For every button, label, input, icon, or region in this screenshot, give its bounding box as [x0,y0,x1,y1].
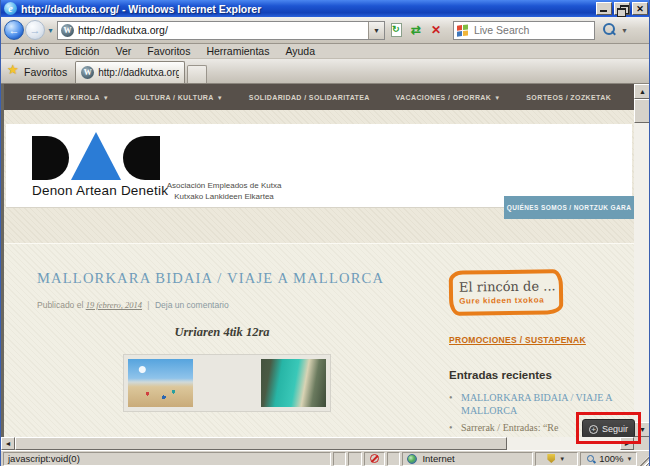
scroll-right-icon[interactable]: ► [620,437,634,450]
stop-button[interactable]: ✕ [427,21,445,39]
new-tab-button[interactable] [187,65,207,83]
shield-icon [547,454,555,463]
article-title[interactable]: MALLORKARA BIDAIA / VIAJE A MALLORCA [37,270,437,287]
logo-caption: Denon Artean Denetik [32,183,168,198]
webpage: DEPORTE / KIROLA▼ CULTURA / KULTURA▼ SOL… [1,84,634,437]
chevron-down-icon: ▼ [217,95,223,101]
recent-entry-link[interactable]: Sarrerak / Entradas: “Re [461,422,558,433]
article-subtitle: Urriaren 4tik 12ra [37,325,407,340]
horizontal-scroll-thumb[interactable] [15,437,507,450]
recent-entries-heading: Entradas recientes [449,369,634,381]
search-input[interactable] [469,24,609,36]
scroll-down-icon[interactable]: ▼ [634,422,650,437]
horizontal-scrollbar[interactable]: ◄ ► [1,437,634,450]
internet-globe-icon [407,454,417,464]
chevron-down-icon: ▼ [627,456,633,462]
article-date-link[interactable]: 19 febrero, 2014 [86,300,142,310]
protected-mode-control[interactable]: ▼ [535,452,578,466]
seguir-follow-button[interactable]: Seguir [582,419,635,439]
site-logo[interactable]: Denon Artean Denetik [32,132,168,198]
content-area: MALLORKARA BIDAIA / VIAJE A MALLORCA Pub… [4,243,634,437]
ie-logo-icon: e [4,2,17,15]
window-title: http://dadkutxa.org/ - Windows Internet … [21,3,261,15]
menu-favoritos[interactable]: Favoritos [140,45,197,57]
menu-edicion[interactable]: Edición [58,45,106,57]
browser-tab[interactable]: W http://dadkutxa.org/ [75,61,185,83]
site-taglines: Asociación Empleados de Kutxa Kutxako La… [164,180,284,202]
dad-logo-icon [32,132,168,180]
history-dropdown-icon[interactable]: ▼ [47,27,54,34]
tab-title: http://dadkutxa.org/ [98,67,179,78]
chevron-down-icon: ▼ [103,95,109,101]
menu-bar: Archivo Edición Ver Favoritos Herramient… [1,44,650,59]
site-header: Denon Artean Denetik Asociación Empleado… [6,124,632,207]
wordpress-favicon: W [61,24,74,37]
cathedral-photo [194,359,259,407]
zoom-control[interactable]: 100% ▼ [580,452,638,466]
status-cell [333,452,346,466]
restore-button[interactable] [614,2,630,15]
chevron-down-icon: ▼ [494,95,500,101]
nav-sorteos[interactable]: SORTEOS / ZOZKETAK [526,94,611,101]
scroll-left-icon[interactable]: ◄ [1,437,15,450]
refresh-button[interactable]: ⇄ [407,21,425,39]
tab-wordpress-icon: W [81,66,94,79]
privacy-blocked-icon[interactable] [364,452,385,466]
zoom-magnifier-icon [586,454,596,464]
menu-ayuda[interactable]: Ayuda [278,45,322,57]
mallorca-photo-strip[interactable] [123,354,331,412]
go-page-icon[interactable] [387,21,405,39]
security-zone: Internet [402,452,533,466]
browser-viewport: DEPORTE / KIROLA▼ CULTURA / KULTURA▼ SOL… [1,84,650,437]
address-bar[interactable]: W ▼ [57,21,385,40]
vertical-scrollbar[interactable]: ▲ ▼ [634,84,650,437]
article-meta: Publicado el 19 febrero, 2014 | Deja un … [37,300,437,310]
menu-ver[interactable]: Ver [108,45,138,57]
sidebar: El rincón de ... Gure kideen txokoa PROM… [437,270,634,437]
cove-photo [261,359,326,407]
minimize-button[interactable] [596,2,612,15]
address-input[interactable] [74,24,368,36]
quienes-somos-button[interactable]: QUIÉNES SOMOS / NORTZUK GARA [504,196,634,219]
navigation-toolbar: ← → ▼ W ▼ ⇄ ✕ ▼ [1,17,650,44]
rincon-badge[interactable]: El rincón de ... Gure kideen txokoa [449,269,564,316]
zoom-level: 100% [599,453,623,464]
menu-herramientas[interactable]: Herramientas [199,45,276,57]
nav-deporte[interactable]: DEPORTE / KIROLA▼ [27,94,109,101]
chevron-down-icon: ▼ [559,456,565,462]
follow-plus-icon [589,425,598,434]
status-bar: javascript:void(0) Internet ▼ 100% ▼ [1,450,650,466]
ie-window: e http://dadkutxa.org/ - Windows Interne… [0,0,650,466]
nav-solidaridad[interactable]: SOLIDARIDAD / SOLIDARITATEA [249,94,370,101]
forward-button[interactable]: → [25,20,45,40]
search-magnifier-icon[interactable] [599,20,619,40]
live-search-box[interactable] [453,21,595,40]
resize-grip[interactable] [639,454,650,466]
favorites-star-icon [7,65,20,78]
windows-flag-icon [457,24,469,36]
status-cell [348,452,361,466]
scroll-up-icon[interactable]: ▲ [634,84,650,99]
comment-link[interactable]: Deja un comentario [155,300,229,310]
nav-cultura[interactable]: CULTURA / KULTURA▼ [135,94,223,101]
beach-photo [128,359,193,407]
promociones-link[interactable]: PROMOCIONES / SUSTAPENAK [449,335,586,345]
list-item: MALLORKARA BIDAIA / VIAJE A MALLORCA [449,391,619,417]
address-dropdown-icon[interactable]: ▼ [368,22,384,39]
vertical-scroll-thumb[interactable] [634,99,650,123]
recent-entry-link[interactable]: MALLORKARA BIDAIA / VIAJE A MALLORCA [461,392,612,416]
tab-bar: Favoritos W http://dadkutxa.org/ [1,59,650,84]
nav-vacaciones[interactable]: VACACIONES / OPORRAK▼ [395,94,500,101]
favorites-button[interactable]: Favoritos [1,65,75,83]
search-options-dropdown-icon[interactable]: ▼ [621,27,628,34]
close-button[interactable] [632,2,648,15]
status-link-text: javascript:void(0) [3,452,331,466]
title-bar: e http://dadkutxa.org/ - Windows Interne… [1,0,650,17]
back-button[interactable]: ← [4,20,24,40]
article: MALLORKARA BIDAIA / VIAJE A MALLORCA Pub… [37,270,437,437]
site-navigation: DEPORTE / KIROLA▼ CULTURA / KULTURA▼ SOL… [4,84,634,110]
status-cell [387,452,400,466]
scrollbar-corner [634,437,650,450]
menu-archivo[interactable]: Archivo [7,45,56,57]
